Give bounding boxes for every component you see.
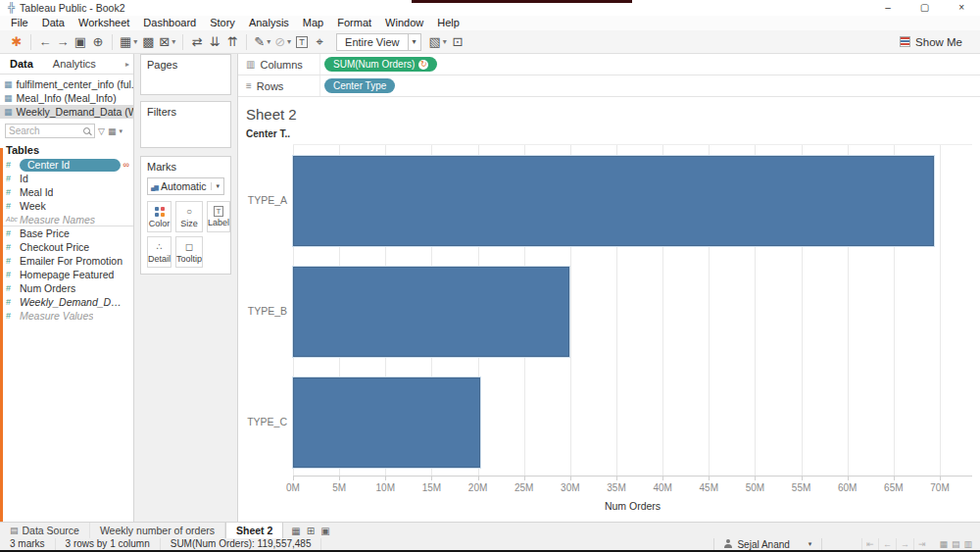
- data-source-item[interactable]: ▦ Weekly_Demand_Data (W...: [0, 105, 133, 119]
- field-row[interactable]: # Id: [0, 172, 133, 185]
- mark-type-dropdown[interactable]: ▄▆ Automatic ▾: [147, 177, 224, 195]
- chart-row: [293, 145, 972, 256]
- maximize-button[interactable]: ▢: [920, 0, 929, 16]
- menu-item[interactable]: Format: [330, 16, 378, 30]
- new-sheet-icon[interactable]: ▣: [320, 526, 329, 536]
- toolbar-icon[interactable]: →: [54, 31, 72, 53]
- page-nav-icon[interactable]: ←: [878, 538, 896, 550]
- toolbar-icon[interactable]: [182, 34, 183, 50]
- menu-item[interactable]: Dashboard: [136, 16, 203, 30]
- toolbar-icon[interactable]: ⇊: [206, 31, 223, 53]
- view-mode-icon[interactable]: ▤: [952, 539, 960, 549]
- field-row[interactable]: # Emailer For Promotion: [0, 254, 133, 268]
- mark-property-button[interactable]: Color: [147, 201, 172, 232]
- menu-item[interactable]: File: [4, 16, 35, 30]
- menu-item[interactable]: Window: [378, 16, 430, 30]
- toolbar-icon[interactable]: [112, 34, 113, 50]
- toolbar-icon[interactable]: ⇄: [188, 31, 206, 53]
- toolbar-icon[interactable]: ⌖: [311, 31, 328, 53]
- menu-item[interactable]: Story: [203, 16, 242, 30]
- close-button[interactable]: ×: [958, 0, 964, 16]
- chevron-down-icon[interactable]: ▾: [808, 540, 812, 548]
- pane-collapse-icon[interactable]: ▸: [125, 60, 133, 69]
- toolbar-icon[interactable]: ▧ ▾: [427, 31, 449, 53]
- mark-property-button[interactable]: ○ Size: [175, 201, 203, 232]
- toolbar-icon[interactable]: T: [293, 36, 311, 48]
- mark-property-button[interactable]: ◻ Tooltip: [175, 236, 203, 268]
- chart-pane[interactable]: [293, 144, 972, 477]
- field-row[interactable]: # Checkout Price: [0, 240, 133, 254]
- bar-TYPE_B[interactable]: [293, 267, 569, 357]
- menu-bar: FileDataWorksheetDashboardStoryAnalysisM…: [0, 16, 980, 30]
- pill-sum-num-orders[interactable]: SUM(Num Orders) ↻: [324, 57, 437, 72]
- view-mode-icon[interactable]: ▥: [963, 539, 972, 549]
- filter-funnel-icon[interactable]: ▽: [98, 126, 105, 136]
- data-source-item[interactable]: ▦ Meal_Info (Meal_Info): [0, 91, 133, 105]
- field-row[interactable]: # Meal Id: [0, 185, 133, 199]
- toolbar-icon[interactable]: ⊘ ▾: [272, 31, 293, 53]
- field-row[interactable]: # Center Id ∞: [0, 158, 133, 172]
- field-row[interactable]: # Num Orders: [0, 281, 133, 295]
- toolbar-icon[interactable]: ⊠ ▾: [157, 31, 177, 53]
- column-field-header[interactable]: Center T..: [246, 128, 980, 144]
- toolbar-icon[interactable]: [246, 34, 247, 50]
- field-row[interactable]: # Base Price: [0, 226, 133, 240]
- menu-item[interactable]: Data: [35, 16, 72, 30]
- x-axis-area[interactable]: 0M5M10M15M20M25M30M35M40M45M50M55M60M65M…: [293, 477, 972, 498]
- user-menu[interactable]: Sejal Anand ▾: [713, 538, 822, 550]
- toolbar-icon[interactable]: [30, 34, 31, 50]
- search-input[interactable]: [9, 125, 83, 136]
- bar-TYPE_A[interactable]: [293, 156, 934, 246]
- field-name: Id: [20, 173, 28, 184]
- fit-dropdown[interactable]: Entire View ▾: [336, 33, 420, 51]
- mark-property-button[interactable]: ∴ Detail: [147, 236, 172, 268]
- new-sheet-icon[interactable]: ⊞: [307, 526, 315, 536]
- minimize-button[interactable]: –: [885, 0, 891, 16]
- view-mode-icon[interactable]: ▦: [939, 539, 948, 549]
- chevron-down-icon[interactable]: ▾: [119, 127, 122, 135]
- show-me-icon: [900, 36, 910, 47]
- mark-property-icon: [154, 206, 166, 218]
- toolbar-icon[interactable]: ✎ ▾: [252, 31, 272, 53]
- columns-icon: ▥: [246, 59, 255, 70]
- toolbar-icon[interactable]: ▣: [72, 31, 89, 53]
- toolbar-icon[interactable]: ←: [36, 31, 54, 53]
- bar-TYPE_C[interactable]: [293, 377, 480, 468]
- new-sheet-icon[interactable]: ▦: [291, 526, 300, 536]
- columns-shelf[interactable]: ▥ Columns SUM(Num Orders) ↻: [238, 54, 980, 75]
- data-source-item[interactable]: ▦ fulfilment_center_info (ful...: [0, 77, 133, 91]
- menu-item[interactable]: Help: [430, 16, 466, 30]
- chevron-down-icon[interactable]: ▾: [211, 182, 223, 190]
- field-row[interactable]: Abc Measure Names: [0, 213, 133, 226]
- page-nav-icon[interactable]: ⇥: [913, 538, 930, 550]
- page-nav-icon[interactable]: →: [896, 538, 913, 550]
- field-row[interactable]: # Weekly_Demand_Data (Co...: [0, 295, 133, 309]
- menu-item[interactable]: Worksheet: [72, 16, 136, 30]
- toolbar-icon[interactable]: ▩: [139, 31, 157, 53]
- toolbar-icon[interactable]: ⊕: [89, 31, 107, 53]
- field-row[interactable]: # Week: [0, 199, 133, 213]
- mark-property-button[interactable]: T Label: [207, 201, 230, 232]
- menu-item[interactable]: Map: [296, 16, 330, 30]
- show-me-button[interactable]: Show Me: [900, 36, 972, 48]
- field-row[interactable]: # Measure Values: [0, 309, 133, 323]
- chevron-down-icon[interactable]: ▾: [408, 34, 420, 50]
- toolbar-icon[interactable]: ⊡: [449, 31, 466, 53]
- tab-analytics[interactable]: Analytics: [43, 54, 106, 74]
- view-layout-icon[interactable]: ▦: [108, 126, 117, 136]
- pages-card[interactable]: Pages: [140, 54, 231, 95]
- pill-center-type[interactable]: Center Type: [324, 78, 395, 93]
- menu-item[interactable]: Analysis: [242, 16, 296, 30]
- x-axis-tick-label: 35M: [607, 482, 625, 493]
- tab-data-source[interactable]: ▤ Data Source: [0, 523, 90, 538]
- page-nav-icon[interactable]: ⇤: [861, 538, 878, 550]
- tab-data[interactable]: Data: [0, 54, 43, 74]
- rows-shelf[interactable]: ≡ Rows Center Type: [238, 75, 980, 97]
- worksheet-tab[interactable]: Sheet 2: [225, 523, 283, 538]
- toolbar-icon[interactable]: ⇈: [223, 31, 241, 53]
- toolbar-icon[interactable]: ✱: [8, 31, 25, 53]
- worksheet-tab[interactable]: Weekly number of orders: [90, 523, 225, 538]
- filters-card[interactable]: Filters: [140, 101, 231, 148]
- toolbar-icon[interactable]: ▦ ▾: [118, 31, 139, 53]
- field-row[interactable]: # Homepage Featured: [0, 268, 133, 281]
